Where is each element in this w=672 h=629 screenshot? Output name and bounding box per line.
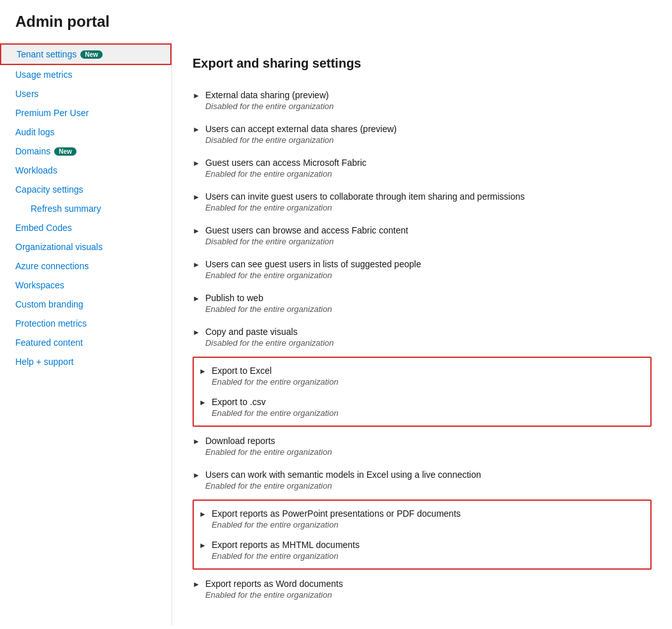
settings-item-status: Disabled for the entire organization xyxy=(205,338,334,348)
sidebar-item-organizational-visuals[interactable]: Organizational visuals xyxy=(0,237,172,256)
settings-item-download-reports: ► Download reports Enabled for the entir… xyxy=(193,429,652,463)
settings-item-content: External data sharing (preview) Disabled… xyxy=(205,90,334,111)
settings-item-content: Guest users can access Microsoft Fabric … xyxy=(205,158,367,179)
sidebar-item-domains[interactable]: DomainsNew xyxy=(0,142,172,161)
highlight-group-group1: ► Export to Excel Enabled for the entire… xyxy=(193,357,652,427)
section-title: Export and sharing settings xyxy=(193,56,652,71)
settings-item-title: Publish to web xyxy=(205,293,332,303)
settings-item-title: Export reports as MHTML documents xyxy=(212,540,360,550)
settings-item-status: Enabled for the entire organization xyxy=(205,447,332,457)
sidebar-item-azure-connections[interactable]: Azure connections xyxy=(0,256,172,276)
settings-list: ► External data sharing (preview) Disabl… xyxy=(193,84,652,606)
chevron-right-icon[interactable]: ► xyxy=(193,328,200,337)
sidebar-item-label: Embed Codes xyxy=(15,223,72,233)
sidebar-item-label: Workspaces xyxy=(15,280,64,290)
sidebar-item-label: Azure connections xyxy=(15,261,89,271)
settings-item-title: Users can invite guest users to collabor… xyxy=(205,191,525,202)
settings-item-title: Guest users can access Microsoft Fabric xyxy=(205,158,367,168)
settings-item-title: Export to .csv xyxy=(212,397,339,407)
sidebar-item-custom-branding[interactable]: Custom branding xyxy=(0,295,172,314)
chevron-right-icon[interactable]: ► xyxy=(193,125,200,134)
settings-item-content: Guest users can browse and access Fabric… xyxy=(205,225,408,246)
highlight-group-wrapper: ► Export reports as PowerPoint presentat… xyxy=(193,500,652,570)
chevron-right-icon[interactable]: ► xyxy=(199,398,207,407)
chevron-right-icon[interactable]: ► xyxy=(193,294,200,303)
sidebar-item-label: Featured content xyxy=(15,337,83,348)
settings-item-title: Users can accept external data shares (p… xyxy=(205,124,397,134)
settings-item-status: Enabled for the entire organization xyxy=(212,408,339,418)
settings-item-invite-guest-collab: ► Users can invite guest users to collab… xyxy=(193,185,652,219)
sidebar-item-workloads[interactable]: Workloads xyxy=(0,161,172,180)
settings-item-export-ppt-pdf: ► Export reports as PowerPoint presentat… xyxy=(199,503,645,535)
settings-item-guest-access-fabric: ► Guest users can access Microsoft Fabri… xyxy=(193,151,652,185)
sidebar-item-premium-per-user[interactable]: Premium Per User xyxy=(0,103,172,122)
sidebar-item-featured-content[interactable]: Featured content xyxy=(0,333,172,352)
chevron-right-icon[interactable]: ► xyxy=(193,437,200,446)
chevron-right-icon[interactable]: ► xyxy=(193,159,200,168)
settings-item-export-excel: ► Export to Excel Enabled for the entire… xyxy=(199,360,645,392)
settings-item-status: Enabled for the entire organization xyxy=(205,270,421,280)
settings-item-status: Enabled for the entire organization xyxy=(205,169,367,179)
chevron-right-icon[interactable]: ► xyxy=(193,91,200,100)
settings-item-title: Export reports as PowerPoint presentatio… xyxy=(212,508,461,519)
settings-item-status: Enabled for the entire organization xyxy=(212,377,339,387)
sidebar-item-refresh-summary[interactable]: Refresh summary xyxy=(0,199,172,218)
settings-item-guest-browse-fabric: ► Guest users can browse and access Fabr… xyxy=(193,219,652,253)
settings-item-ext-data-sharing: ► External data sharing (preview) Disabl… xyxy=(193,84,652,117)
sidebar-item-usage-metrics[interactable]: Usage metrics xyxy=(0,65,172,84)
sidebar-item-label: Protection metrics xyxy=(15,318,87,329)
settings-item-content: Publish to web Enabled for the entire or… xyxy=(205,293,332,314)
settings-item-status: Disabled for the entire organization xyxy=(205,237,408,246)
settings-item-export-word: ► Export reports as Word documents Enabl… xyxy=(193,572,652,606)
chevron-right-icon[interactable]: ► xyxy=(199,541,207,550)
sidebar-item-capacity-settings[interactable]: Capacity settings xyxy=(0,180,172,199)
settings-item-title: Download reports xyxy=(205,436,332,446)
settings-item-copy-paste-visuals: ► Copy and paste visuals Disabled for th… xyxy=(193,320,652,354)
settings-item-content: Download reports Enabled for the entire … xyxy=(205,436,332,457)
sidebar-item-label: Help + support xyxy=(15,357,73,367)
sidebar-item-label: Tenant settings xyxy=(17,49,77,59)
sidebar-item-workspaces[interactable]: Workspaces xyxy=(0,276,172,295)
settings-item-content: Copy and paste visuals Disabled for the … xyxy=(205,327,334,348)
sidebar-item-label: Premium Per User xyxy=(15,108,89,118)
settings-item-title: External data sharing (preview) xyxy=(205,90,334,100)
sidebar-item-users[interactable]: Users xyxy=(0,84,172,103)
chevron-right-icon[interactable]: ► xyxy=(193,260,200,269)
sidebar-item-label: Capacity settings xyxy=(15,184,84,195)
settings-item-content: Export reports as MHTML documents Enable… xyxy=(212,540,360,561)
settings-item-title: Users can work with semantic models in E… xyxy=(205,470,481,480)
settings-item-semantic-models-excel: ► Users can work with semantic models in… xyxy=(193,463,652,497)
chevron-right-icon[interactable]: ► xyxy=(193,193,200,202)
sidebar-item-tenant-settings[interactable]: Tenant settingsNew xyxy=(0,43,172,65)
highlight-group-group2: ► Export reports as PowerPoint presentat… xyxy=(193,500,652,570)
sidebar-item-label: Organizational visuals xyxy=(15,242,103,252)
sidebar-item-label: Domains xyxy=(15,146,50,156)
settings-item-content: Users can accept external data shares (p… xyxy=(205,124,397,145)
settings-item-status: Enabled for the entire organization xyxy=(205,304,332,314)
sidebar-item-label: Audit logs xyxy=(15,127,54,137)
settings-item-title: Copy and paste visuals xyxy=(205,327,334,337)
settings-item-title: Export to Excel xyxy=(212,366,339,376)
chevron-right-icon[interactable]: ► xyxy=(199,367,207,376)
chevron-right-icon[interactable]: ► xyxy=(193,471,200,480)
settings-item-guest-in-lists: ► Users can see guest users in lists of … xyxy=(193,253,652,286)
sidebar-item-embed-codes[interactable]: Embed Codes xyxy=(0,218,172,237)
chevron-right-icon[interactable]: ► xyxy=(193,226,200,235)
settings-item-status: Disabled for the entire organization xyxy=(205,135,397,145)
sidebar-item-protection-metrics[interactable]: Protection metrics xyxy=(0,314,172,333)
settings-item-status: Enabled for the entire organization xyxy=(212,520,461,529)
settings-item-export-csv: ► Export to .csv Enabled for the entire … xyxy=(199,392,645,423)
settings-item-title: Guest users can browse and access Fabric… xyxy=(205,225,408,235)
badge-new: New xyxy=(80,50,103,59)
settings-item-status: Enabled for the entire organization xyxy=(205,203,525,212)
sidebar: Tenant settingsNewUsage metricsUsersPrem… xyxy=(0,41,172,625)
settings-item-accept-ext-shares: ► Users can accept external data shares … xyxy=(193,117,652,151)
sidebar-item-help-support[interactable]: Help + support xyxy=(0,352,172,371)
chevron-right-icon[interactable]: ► xyxy=(193,580,200,589)
settings-item-content: Users can invite guest users to collabor… xyxy=(205,191,525,212)
sidebar-item-audit-logs[interactable]: Audit logs xyxy=(0,122,172,142)
settings-item-content: Export reports as Word documents Enabled… xyxy=(205,579,343,600)
chevron-right-icon[interactable]: ► xyxy=(199,510,207,519)
settings-item-export-mhtml: ► Export reports as MHTML documents Enab… xyxy=(199,535,645,566)
settings-item-content: Users can work with semantic models in E… xyxy=(205,470,481,491)
